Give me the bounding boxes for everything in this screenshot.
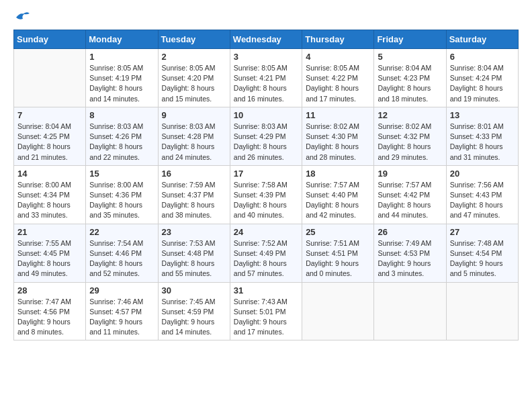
calendar-table: SundayMondayTuesdayWednesdayThursdayFrid… xyxy=(13,30,519,340)
day-number: 19 xyxy=(378,169,442,179)
calendar-cell: 16Sunrise: 7:59 AMSunset: 4:37 PMDayligh… xyxy=(158,165,230,224)
calendar-cell: 20Sunrise: 7:56 AMSunset: 4:43 PMDayligh… xyxy=(446,165,518,224)
calendar-cell: 1Sunrise: 8:05 AMSunset: 4:19 PMDaylight… xyxy=(86,49,158,107)
calendar-cell: 31Sunrise: 7:43 AMSunset: 5:01 PMDayligh… xyxy=(230,282,302,340)
day-number: 30 xyxy=(162,285,226,295)
calendar-cell: 3Sunrise: 8:05 AMSunset: 4:21 PMDaylight… xyxy=(230,49,302,107)
day-info: Sunrise: 8:03 AMSunset: 4:29 PMDaylight:… xyxy=(234,122,298,163)
day-number: 22 xyxy=(89,227,154,237)
day-info: Sunrise: 7:51 AMSunset: 4:51 PMDaylight:… xyxy=(306,238,370,279)
day-number: 26 xyxy=(378,227,442,237)
calendar-week-row: 7Sunrise: 8:04 AMSunset: 4:25 PMDaylight… xyxy=(14,107,519,165)
weekday-header-saturday: Saturday xyxy=(446,30,518,49)
day-info: Sunrise: 7:54 AMSunset: 4:46 PMDaylight:… xyxy=(89,238,154,279)
day-number: 17 xyxy=(234,169,298,179)
day-number: 18 xyxy=(306,169,370,179)
day-number: 23 xyxy=(162,227,226,237)
day-number: 1 xyxy=(89,52,154,62)
day-info: Sunrise: 7:45 AMSunset: 4:59 PMDaylight:… xyxy=(162,297,226,338)
calendar-week-row: 28Sunrise: 7:47 AMSunset: 4:56 PMDayligh… xyxy=(14,282,519,340)
day-number: 11 xyxy=(306,110,370,120)
calendar-cell: 11Sunrise: 8:02 AMSunset: 4:30 PMDayligh… xyxy=(302,107,374,165)
calendar-cell: 24Sunrise: 7:52 AMSunset: 4:49 PMDayligh… xyxy=(230,224,302,282)
day-info: Sunrise: 8:00 AMSunset: 4:34 PMDaylight:… xyxy=(17,180,82,221)
calendar-cell: 27Sunrise: 7:48 AMSunset: 4:54 PMDayligh… xyxy=(446,224,518,282)
calendar-cell: 7Sunrise: 8:04 AMSunset: 4:25 PMDaylight… xyxy=(14,107,86,165)
calendar-week-row: 14Sunrise: 8:00 AMSunset: 4:34 PMDayligh… xyxy=(14,165,519,224)
calendar-cell: 29Sunrise: 7:46 AMSunset: 4:57 PMDayligh… xyxy=(86,282,158,340)
day-info: Sunrise: 8:04 AMSunset: 4:25 PMDaylight:… xyxy=(17,122,82,163)
calendar-cell: 26Sunrise: 7:49 AMSunset: 4:53 PMDayligh… xyxy=(374,224,446,282)
day-number: 14 xyxy=(17,169,82,179)
day-number: 13 xyxy=(450,110,515,120)
day-number: 2 xyxy=(162,52,226,62)
calendar-week-row: 21Sunrise: 7:55 AMSunset: 4:45 PMDayligh… xyxy=(14,224,519,282)
calendar-cell: 14Sunrise: 8:00 AMSunset: 4:34 PMDayligh… xyxy=(14,165,86,224)
weekday-header-row: SundayMondayTuesdayWednesdayThursdayFrid… xyxy=(14,30,519,49)
day-info: Sunrise: 7:58 AMSunset: 4:39 PMDaylight:… xyxy=(234,180,298,221)
day-number: 25 xyxy=(306,227,370,237)
day-number: 5 xyxy=(378,52,442,62)
day-number: 6 xyxy=(450,52,515,62)
day-info: Sunrise: 8:05 AMSunset: 4:21 PMDaylight:… xyxy=(234,63,298,104)
day-info: Sunrise: 7:49 AMSunset: 4:53 PMDaylight:… xyxy=(378,238,442,279)
calendar-cell: 23Sunrise: 7:53 AMSunset: 4:48 PMDayligh… xyxy=(158,224,230,282)
logo xyxy=(13,13,30,23)
calendar-cell: 9Sunrise: 8:03 AMSunset: 4:28 PMDaylight… xyxy=(158,107,230,165)
calendar-cell xyxy=(374,282,446,340)
calendar-cell xyxy=(446,282,518,340)
day-info: Sunrise: 8:03 AMSunset: 4:26 PMDaylight:… xyxy=(89,122,154,163)
day-info: Sunrise: 8:05 AMSunset: 4:22 PMDaylight:… xyxy=(306,63,370,104)
day-info: Sunrise: 8:05 AMSunset: 4:20 PMDaylight:… xyxy=(162,63,226,104)
calendar-cell: 12Sunrise: 8:02 AMSunset: 4:32 PMDayligh… xyxy=(374,107,446,165)
day-info: Sunrise: 7:47 AMSunset: 4:56 PMDaylight:… xyxy=(17,297,82,338)
day-number: 16 xyxy=(162,169,226,179)
calendar-cell xyxy=(302,282,374,340)
day-number: 29 xyxy=(89,285,154,295)
calendar-cell: 2Sunrise: 8:05 AMSunset: 4:20 PMDaylight… xyxy=(158,49,230,107)
day-info: Sunrise: 8:02 AMSunset: 4:32 PMDaylight:… xyxy=(378,122,442,163)
calendar-cell: 10Sunrise: 8:03 AMSunset: 4:29 PMDayligh… xyxy=(230,107,302,165)
calendar-cell: 6Sunrise: 8:04 AMSunset: 4:24 PMDaylight… xyxy=(446,49,518,107)
calendar-week-row: 1Sunrise: 8:05 AMSunset: 4:19 PMDaylight… xyxy=(14,49,519,107)
calendar-cell: 25Sunrise: 7:51 AMSunset: 4:51 PMDayligh… xyxy=(302,224,374,282)
page-header xyxy=(13,13,519,23)
calendar-cell: 18Sunrise: 7:57 AMSunset: 4:40 PMDayligh… xyxy=(302,165,374,224)
day-info: Sunrise: 8:05 AMSunset: 4:19 PMDaylight:… xyxy=(89,63,154,104)
logo-bird-icon xyxy=(15,11,30,23)
weekday-header-wednesday: Wednesday xyxy=(230,30,302,49)
day-number: 8 xyxy=(89,110,154,120)
day-info: Sunrise: 8:04 AMSunset: 4:24 PMDaylight:… xyxy=(450,63,515,104)
weekday-header-monday: Monday xyxy=(86,30,158,49)
weekday-header-tuesday: Tuesday xyxy=(158,30,230,49)
weekday-header-friday: Friday xyxy=(374,30,446,49)
day-info: Sunrise: 7:56 AMSunset: 4:43 PMDaylight:… xyxy=(450,180,515,221)
day-info: Sunrise: 7:55 AMSunset: 4:45 PMDaylight:… xyxy=(17,238,82,279)
day-number: 28 xyxy=(17,285,82,295)
calendar-cell: 8Sunrise: 8:03 AMSunset: 4:26 PMDaylight… xyxy=(86,107,158,165)
day-number: 10 xyxy=(234,110,298,120)
calendar-cell: 21Sunrise: 7:55 AMSunset: 4:45 PMDayligh… xyxy=(14,224,86,282)
day-number: 7 xyxy=(17,110,82,120)
calendar-cell: 30Sunrise: 7:45 AMSunset: 4:59 PMDayligh… xyxy=(158,282,230,340)
day-info: Sunrise: 7:57 AMSunset: 4:40 PMDaylight:… xyxy=(306,180,370,221)
calendar-cell: 22Sunrise: 7:54 AMSunset: 4:46 PMDayligh… xyxy=(86,224,158,282)
day-info: Sunrise: 8:02 AMSunset: 4:30 PMDaylight:… xyxy=(306,122,370,163)
day-number: 4 xyxy=(306,52,370,62)
calendar-cell: 4Sunrise: 8:05 AMSunset: 4:22 PMDaylight… xyxy=(302,49,374,107)
day-info: Sunrise: 8:03 AMSunset: 4:28 PMDaylight:… xyxy=(162,122,226,163)
day-number: 21 xyxy=(17,227,82,237)
calendar-cell: 13Sunrise: 8:01 AMSunset: 4:33 PMDayligh… xyxy=(446,107,518,165)
day-info: Sunrise: 7:48 AMSunset: 4:54 PMDaylight:… xyxy=(450,238,515,279)
calendar-cell xyxy=(14,49,86,107)
day-info: Sunrise: 8:00 AMSunset: 4:36 PMDaylight:… xyxy=(89,180,154,221)
day-number: 31 xyxy=(234,285,298,295)
day-number: 20 xyxy=(450,169,515,179)
day-number: 27 xyxy=(450,227,515,237)
day-number: 9 xyxy=(162,110,226,120)
day-info: Sunrise: 7:46 AMSunset: 4:57 PMDaylight:… xyxy=(89,297,154,338)
calendar-cell: 19Sunrise: 7:57 AMSunset: 4:42 PMDayligh… xyxy=(374,165,446,224)
calendar-cell: 28Sunrise: 7:47 AMSunset: 4:56 PMDayligh… xyxy=(14,282,86,340)
day-info: Sunrise: 7:52 AMSunset: 4:49 PMDaylight:… xyxy=(234,238,298,279)
day-number: 15 xyxy=(89,169,154,179)
